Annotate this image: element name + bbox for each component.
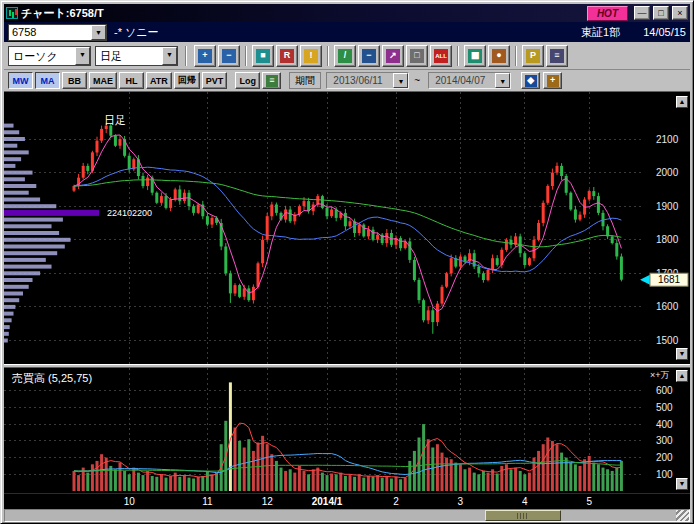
svg-text:1500: 1500 [656,335,679,346]
chart-window: チャート:6758/T HOT — □ × ▼ -* ソニー 東証1部 14/0… [0,0,694,524]
symbol-code-input[interactable] [9,25,91,40]
toolbar-separator [245,46,247,66]
main-toolbar-icons: +−■R!/−↗□ALL▦●P≡ [194,45,568,67]
log-scale-button[interactable]: Log [235,72,260,89]
price-scale-up-button[interactable]: ▲ [676,96,688,108]
date-range-tilde: ~ [414,75,420,86]
svg-text:×+万: ×+万 [650,370,670,380]
memo-icon: ≡ [266,75,278,87]
x-axis-label: 10 [104,496,154,507]
chart-type-dropdown-icon[interactable]: ▼ [75,47,90,65]
hot-button[interactable]: HOT [587,6,628,21]
toggle-mae[interactable]: MAE [89,72,117,89]
svg-text:100: 100 [656,469,673,480]
svg-text:224102200: 224102200 [107,208,152,218]
draw-icon: + [547,75,559,87]
date-from-dropdown-icon[interactable]: ▼ [393,73,408,88]
draw-button[interactable]: + [543,72,562,89]
time-axis: 1011122014/12345 [4,493,690,509]
volume-chart-canvas[interactable]: 600500400300200100売買高 (5,25,75)×+万 [4,368,690,493]
svg-text:2000: 2000 [656,167,679,178]
clear-all-icon: ALL [434,49,448,63]
eraser-button[interactable]: □ [406,45,428,67]
alert-button[interactable]: ! [300,45,322,67]
pen-button[interactable]: P [522,45,544,67]
grid-button[interactable]: ▦ [464,45,486,67]
price-pane[interactable]: 2100200019001800170016001500224102200日足1… [4,92,690,364]
svg-text:1600: 1600 [656,301,679,312]
timeframe-select[interactable]: 日足 ▼ [95,46,178,66]
symbol-combo[interactable]: ▼ [8,24,107,41]
toggle-kaiki[interactable]: 回帰 [174,72,200,89]
x-axis-label: 12 [242,496,292,507]
refresh-icon: R [280,49,294,63]
title-bar[interactable]: チャート:6758/T HOT — □ × [4,4,690,22]
zoom-out-button[interactable]: − [218,45,240,67]
volume-scale-up-button[interactable]: ▲ [676,370,688,382]
x-axis-label: 2014/1 [302,496,352,507]
date-from-select[interactable]: 2013/06/11 ▼ [326,72,409,89]
toolbar-separator [457,46,459,66]
svg-text:300: 300 [656,435,673,446]
horizontal-line-button[interactable]: − [358,45,380,67]
svg-text:1800: 1800 [656,234,679,245]
toggle-pvt[interactable]: PVT [202,72,228,89]
toggle-bb[interactable]: BB [62,72,87,89]
palette-button[interactable]: ● [488,45,510,67]
timeframe-value: 日足 [96,47,162,65]
timeframe-dropdown-icon[interactable]: ▼ [162,47,177,65]
price-scale-down-button[interactable]: ▼ [676,348,688,360]
resize-grip[interactable] [676,510,689,521]
horizontal-scrollbar[interactable] [4,509,690,522]
toolbar-separator [185,46,187,66]
date-to-dropdown-icon[interactable]: ▼ [495,73,510,88]
close-button[interactable]: × [672,6,688,20]
arrow-draw-icon: ↗ [386,49,400,63]
pen-icon: P [526,49,540,63]
refresh-button[interactable]: R [276,45,298,67]
volume-pane[interactable]: 600500400300200100売買高 (5,25,75)×+万 ▲ ▼ [4,368,690,493]
memo-button[interactable]: ≡ [262,72,281,89]
x-axis-label: 2 [371,496,421,507]
toggle-atr[interactable]: ATR [146,72,172,89]
x-axis-label: 11 [182,496,232,507]
settings-button[interactable]: ≡ [546,45,568,67]
arrow-draw-button[interactable]: ↗ [382,45,404,67]
volume-scale-down-button[interactable]: ▼ [676,478,688,490]
clear-all-button[interactable]: ALL [430,45,452,67]
app-icon [6,7,18,19]
indicator-right-icons: ◆+ [521,72,562,89]
toggle-ma[interactable]: MA [35,72,60,89]
date-to-select[interactable]: 2014/04/07 ▼ [428,72,511,89]
symbol-dropdown-icon[interactable]: ▼ [91,25,106,40]
date-label: 14/05/15 [643,26,686,38]
toggle-hl[interactable]: HL [119,72,144,89]
x-axis-label: 5 [564,496,614,507]
chart-type-select[interactable]: ローソク ▼ [8,46,91,66]
apply-icon: ◆ [525,75,537,87]
x-axis-label: 3 [435,496,485,507]
indicator-toolbar: MWMABBMAEHLATR回帰PVT Log ≡ 期間 2013/06/11 … [4,70,690,92]
scrollbar-thumb[interactable] [485,510,561,521]
grid-icon: ▦ [468,49,482,63]
zoom-in-button[interactable]: + [194,45,216,67]
horizontal-line-icon: − [362,49,376,63]
settings-icon: ≡ [550,49,564,63]
zoom-out-icon: − [222,49,236,63]
symbol-name: -* ソニー [114,25,159,40]
market-label: 東証1部 [581,25,620,40]
minimize-button[interactable]: — [634,6,650,20]
svg-text:500: 500 [656,402,673,413]
toolbar-separator [327,46,329,66]
capture-icon: ■ [256,49,270,63]
symbol-bar: ▼ -* ソニー 東証1部 14/05/15 [4,22,690,42]
capture-button[interactable]: ■ [252,45,274,67]
trendline-button[interactable]: / [334,45,356,67]
apply-button[interactable]: ◆ [521,72,540,89]
toggle-mw[interactable]: MW [8,72,33,89]
window-title: チャート:6758/T [21,6,584,21]
maximize-button[interactable]: □ [653,6,669,20]
svg-text:400: 400 [656,419,673,430]
price-chart-canvas[interactable]: 2100200019001800170016001500224102200日足1… [4,92,690,364]
svg-text:日足: 日足 [104,114,126,126]
